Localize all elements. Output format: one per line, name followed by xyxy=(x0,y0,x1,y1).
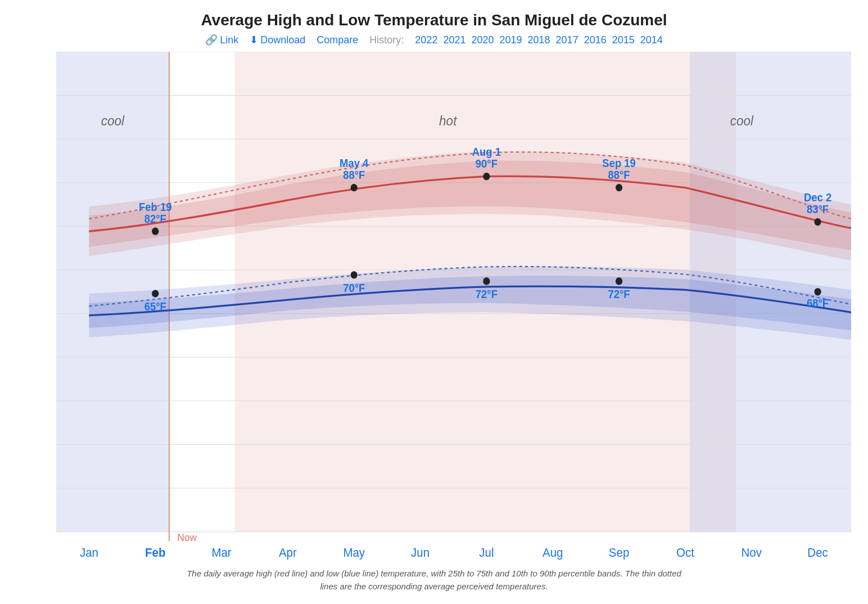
history-year-2014[interactable]: 2014 xyxy=(640,34,663,46)
svg-text:Aug 1: Aug 1 xyxy=(472,146,501,158)
svg-point-20 xyxy=(152,228,159,235)
svg-text:70°F: 70°F xyxy=(343,282,365,294)
svg-point-22 xyxy=(483,173,490,180)
link-icon: 🔗 xyxy=(205,34,218,46)
svg-text:Oct: Oct xyxy=(676,546,694,560)
svg-point-26 xyxy=(351,271,358,278)
svg-text:82°F: 82°F xyxy=(144,213,166,225)
svg-text:Now: Now xyxy=(177,532,197,544)
history-year-2018[interactable]: 2018 xyxy=(528,34,550,46)
download-icon: ⬇ xyxy=(250,34,258,46)
chart-title: Average High and Low Temperature in San … xyxy=(201,11,667,29)
chart-area: cool hot cool Now xyxy=(56,52,851,563)
svg-text:Jul: Jul xyxy=(479,546,494,560)
svg-text:May: May xyxy=(343,546,365,560)
svg-text:83°F: 83°F xyxy=(807,203,829,215)
svg-point-28 xyxy=(616,277,622,285)
svg-text:hot: hot xyxy=(439,113,458,128)
svg-point-25 xyxy=(152,290,159,297)
toolbar: 🔗 Link ⬇ Download Compare History: 20222… xyxy=(205,34,663,46)
history-label: History: xyxy=(369,34,404,46)
download-button[interactable]: ⬇ Download xyxy=(250,34,305,46)
svg-text:68°F: 68°F xyxy=(807,298,829,310)
svg-text:Apr: Apr xyxy=(279,546,297,560)
history-year-2022[interactable]: 2022 xyxy=(415,34,437,46)
svg-text:Nov: Nov xyxy=(742,546,762,560)
svg-text:72°F: 72°F xyxy=(476,288,498,300)
svg-text:72°F: 72°F xyxy=(608,288,630,300)
svg-text:Feb 19: Feb 19 xyxy=(139,201,171,213)
history-year-2020[interactable]: 2020 xyxy=(471,34,494,46)
svg-text:Dec: Dec xyxy=(807,546,828,560)
link-button[interactable]: 🔗 Link xyxy=(205,34,238,46)
svg-text:88°F: 88°F xyxy=(343,169,365,181)
history-year-2015[interactable]: 2015 xyxy=(612,34,635,46)
compare-button[interactable]: Compare xyxy=(317,34,358,46)
svg-text:Dec 2: Dec 2 xyxy=(804,191,831,204)
y-axis-left xyxy=(17,52,56,563)
svg-text:Sep 19: Sep 19 xyxy=(602,157,635,169)
svg-point-23 xyxy=(616,184,622,191)
history-year-2021[interactable]: 2021 xyxy=(443,34,465,46)
svg-text:90°F: 90°F xyxy=(476,158,498,170)
chart-wrapper: cool hot cool Now xyxy=(17,52,851,563)
history-year-2016[interactable]: 2016 xyxy=(584,34,607,46)
svg-point-24 xyxy=(814,218,821,226)
history-year-2019[interactable]: 2019 xyxy=(500,34,522,46)
caption: The daily average high (red line) and lo… xyxy=(181,567,687,593)
history-years: 202220212020201920182017201620152014 xyxy=(415,34,662,46)
svg-text:Sep: Sep xyxy=(609,546,629,560)
svg-text:88°F: 88°F xyxy=(608,169,630,181)
svg-text:Jan: Jan xyxy=(80,546,98,560)
svg-text:cool: cool xyxy=(101,113,125,128)
svg-text:65°F: 65°F xyxy=(144,300,166,313)
svg-text:May 4: May 4 xyxy=(340,157,369,169)
svg-text:Mar: Mar xyxy=(211,546,231,560)
svg-text:Jun: Jun xyxy=(411,546,430,560)
svg-point-29 xyxy=(814,288,821,295)
svg-text:Feb: Feb xyxy=(145,546,165,560)
history-year-2017[interactable]: 2017 xyxy=(556,34,578,46)
svg-point-27 xyxy=(483,277,490,285)
svg-text:cool: cool xyxy=(730,113,754,128)
svg-text:Aug: Aug xyxy=(542,546,563,560)
svg-point-21 xyxy=(351,184,358,191)
